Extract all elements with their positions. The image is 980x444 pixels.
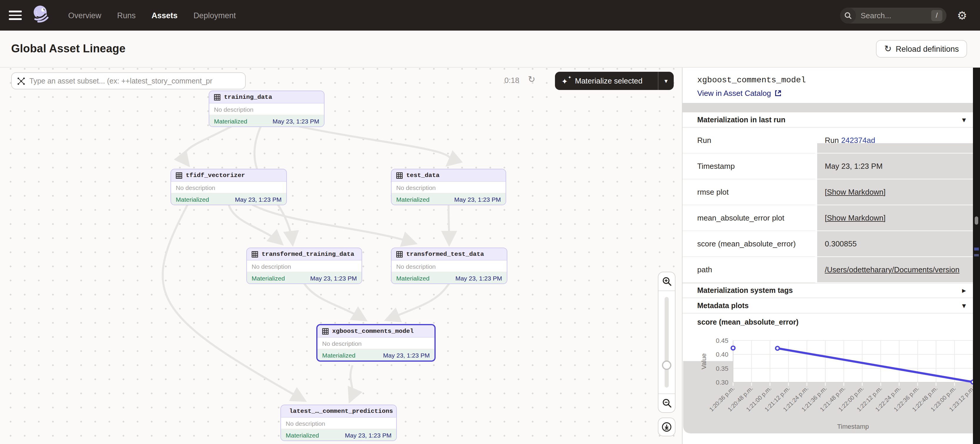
metadata-key: rmse plot (682, 179, 815, 205)
table-icon (322, 328, 329, 334)
metadata-link[interactable]: [Show Markdown] (825, 213, 886, 222)
section-materialization-last-run[interactable]: Materialization in last run ▼ (682, 112, 973, 127)
asset-node-label: test_data (406, 172, 439, 179)
asset-subset-filter[interactable] (11, 72, 246, 89)
table-icon (214, 94, 220, 100)
table-icon (396, 172, 403, 178)
chevron-down-icon: ▼ (962, 302, 966, 309)
asset-status: Materialized (251, 274, 285, 282)
metadata-value: [Show Markdown] (815, 179, 973, 205)
run-link[interactable]: 242374ad (841, 136, 875, 145)
reload-definitions-button[interactable]: ↻ Reload definitions (876, 40, 967, 57)
reload-icon: ↻ (884, 45, 891, 53)
nav-tab-deployment[interactable]: Deployment (193, 11, 236, 20)
nav-right: Search... / ⚙ (840, 7, 980, 23)
asset-node-label: training_data (224, 94, 272, 100)
download-icon (661, 422, 672, 432)
app-root: OverviewRunsAssetsDeployment Search... /… (0, 0, 980, 444)
metadata-key: score (mean_absolute_error) (682, 231, 815, 257)
section-system-tags[interactable]: Materialization system tags ▶ (682, 283, 973, 298)
metadata-row-score-mean_absolute_error-: score (mean_absolute_error)0.300855 (682, 231, 973, 257)
chevron-right-icon: ▶ (962, 288, 966, 293)
asset-node-label: latest_…_comment_predictions (289, 407, 393, 415)
asset-status: Materialized (396, 196, 430, 202)
metadata-key: Timestamp (682, 153, 815, 179)
metadata-value: /Users/odetteharary/Documents/version (815, 257, 973, 283)
materialize-selected-button[interactable]: ✦✦ Materialize selected ▼ (555, 72, 674, 90)
asset-status: Materialized (322, 352, 355, 358)
svg-text:0.40: 0.40 (716, 351, 729, 358)
metadata-row-path: path/Users/odetteharary/Documents/versio… (682, 257, 973, 283)
asset-node-xgboost_comments_model[interactable]: xgboost_comments_model No description Ma… (316, 324, 436, 362)
asset-status: Materialized (214, 117, 247, 124)
asset-node-tfidf_vectorizer[interactable]: tfidf_vectorizer No description Material… (170, 169, 287, 205)
asset-subset-input[interactable] (29, 77, 240, 85)
asset-node-description: No description (209, 103, 324, 115)
asset-node-training_data[interactable]: training_data No description Materialize… (209, 91, 325, 127)
panel-divider-band (682, 103, 973, 112)
metadata-value: Run 242374ad (815, 127, 973, 153)
svg-text:Timestamp: Timestamp (837, 423, 869, 430)
chevron-down-icon: ▼ (962, 117, 966, 123)
asset-node-description: No description (171, 182, 286, 194)
nav-tab-overview[interactable]: Overview (68, 11, 102, 20)
zoom-slider-track[interactable] (665, 297, 669, 388)
asset-timestamp: May 23, 1:23 PM (383, 352, 430, 358)
dagster-logo-icon[interactable] (31, 4, 51, 27)
asset-node-label: xgboost_comments_model (332, 328, 414, 335)
graph-filter-icon (17, 77, 25, 85)
svg-text:0.45: 0.45 (716, 337, 729, 344)
asset-timestamp: May 23, 1:23 PM (345, 431, 391, 438)
asset-node-test_data[interactable]: test_data No description Materialized Ma… (391, 169, 506, 205)
zoom-in-button[interactable] (659, 272, 675, 291)
metadata-link[interactable]: /Users/odetteharary/Documents/version (825, 265, 959, 274)
table-icon (176, 172, 182, 178)
page-header: Global Asset Lineage ↻ Reload definition… (0, 30, 980, 68)
search-input[interactable]: Search... / (840, 7, 947, 23)
metadata-link[interactable]: [Show Markdown] (825, 188, 886, 196)
metadata-row-run: RunRun 242374ad (682, 127, 973, 153)
materialize-dropdown-caret[interactable]: ▼ (658, 72, 674, 90)
asset-name: xgboost_comments_model (697, 75, 973, 85)
section-metadata-plots[interactable]: Metadata plots ▼ (682, 298, 973, 314)
asset-node-label: transformed_test_data (406, 250, 484, 258)
zoom-slider-thumb[interactable] (662, 361, 671, 370)
asset-timestamp: May 23, 1:23 PM (272, 117, 319, 124)
asset-node-label: tfidf_vectorizer (186, 172, 245, 179)
asset-node-latest_comment_predictions[interactable]: latest_…_comment_predictions No descript… (280, 404, 397, 441)
asset-details-panel: xgboost_comments_model View in Asset Cat… (682, 68, 973, 444)
nav-tab-assets[interactable]: Assets (152, 11, 178, 20)
asset-lineage-graph[interactable]: training_data No description Materialize… (0, 68, 682, 444)
zoom-out-button[interactable] (659, 393, 675, 412)
asset-node-description: No description (391, 182, 506, 194)
metadata-value: [Show Markdown] (815, 205, 973, 231)
refresh-timer: 0:18 (504, 76, 519, 85)
table-icon (396, 251, 403, 257)
score-line-chart: 1:20:36 p.m.1:20:48 p.m.1:21:00 p.m.1:21… (682, 328, 973, 433)
asset-node-description: No description (281, 417, 396, 429)
asset-timestamp: May 23, 1:23 PM (455, 274, 502, 282)
content: training_data No description Materialize… (0, 68, 980, 444)
asset-node-description: No description (247, 261, 361, 272)
download-graph-button[interactable] (658, 417, 676, 436)
svg-text:0.35: 0.35 (716, 365, 729, 372)
sparkle-icon: ✦✦ (562, 77, 570, 85)
metadata-key: Run (682, 127, 815, 153)
metadata-key: mean_absolute_error plot (682, 205, 815, 231)
menu-button[interactable] (9, 11, 22, 20)
asset-timestamp: May 23, 1:23 PM (235, 196, 282, 202)
asset-node-transformed_test_data[interactable]: transformed_test_data No description Mat… (391, 248, 508, 284)
svg-text:Value: Value (700, 353, 708, 369)
metadata-key: path (682, 257, 815, 283)
gear-icon[interactable]: ⚙ (957, 10, 967, 21)
refresh-icon[interactable]: ↻ (528, 74, 535, 85)
nav-tab-runs[interactable]: Runs (117, 11, 136, 20)
asset-node-transformed_training_data[interactable]: transformed_training_data No description… (246, 248, 362, 284)
view-in-asset-catalog-link[interactable]: View in Asset Catalog (697, 89, 973, 98)
window-edge-strip (973, 68, 980, 444)
table-icon (251, 251, 258, 257)
zoom-controls (658, 272, 676, 413)
zoom-slider[interactable] (659, 291, 675, 393)
scrollbar-thumb[interactable] (975, 216, 978, 224)
svg-text:0.30: 0.30 (716, 379, 729, 386)
